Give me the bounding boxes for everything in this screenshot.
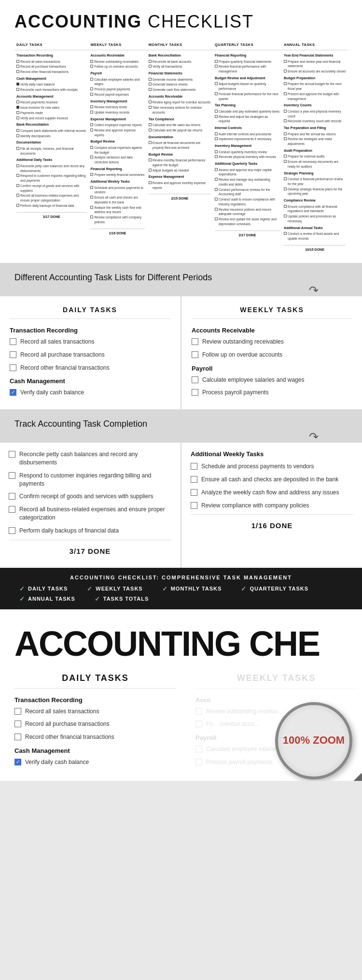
tasks-two-col: DAILY TASKS Transaction RecordingRecord … [0,296,362,409]
task-checkbox[interactable] [9,451,15,458]
task-item: ✓Verify daily cash balance [10,389,170,397]
task-checkbox[interactable] [10,364,16,371]
task-checkbox[interactable] [192,338,198,345]
task-item: Record all purchase transactions [14,720,176,728]
task-item: Record other financial transactions [14,733,176,741]
section2-title: Different Accounting Task Lists for Diff… [14,273,348,283]
feature-label: WEEKLY TASKS [96,586,142,591]
daily-tasks-header: DAILY TASKS [10,306,170,319]
task-item-text: Schedule and process payments to vendors [201,462,314,471]
task-item: Respond to customer inquiries regarding … [9,472,171,488]
preview-col-content: Year-End Financial StatementsPrepare and… [282,50,348,254]
daily-tasks-col: DAILY TASKS Transaction RecordingRecord … [0,296,182,409]
task-item: Record all sales transactions [14,707,176,716]
preview-col-content: Bank ReconciliationReconcile all bank ac… [147,50,213,254]
dark-banner-features: ✓DAILY TASKS✓WEEKLY TASKS✓MONTHLY TASKS✓… [10,585,352,603]
task-checkbox[interactable] [191,463,197,470]
feature-label: DAILY TASKS [28,586,68,591]
task-item: Review outstanding receivables [192,338,352,346]
additional-two-col: Reconcile petty cash balances and record… [0,443,362,567]
dark-banner-feature: ✓DAILY TASKS [19,585,68,592]
task-item-text: Record all purchase transactions [20,351,105,359]
task-item-text: Follow up on overdue accounts [202,351,282,359]
section3-label: Track Accounting Task Completion ↷ [0,409,362,443]
checkmark-icon: ✓ [87,585,93,592]
dark-banner-feature: ✓QUARTERLY TASKS [241,585,308,592]
feature-label: TASKS TOTALS [103,596,149,602]
arrow-curve-icon: ↷ [14,285,319,296]
task-section-title: Cash Management [10,377,170,385]
task-item: Confirm receipt of goods and services wi… [9,492,171,501]
task-item: Record all business-related expenses and… [9,505,171,522]
task-item-text: Perform daily backups of financial data [19,527,119,535]
dark-banner-feature: ✓ANNUAL TASKS [19,595,75,603]
task-section-title: Transaction Recording [14,696,176,704]
task-checkbox[interactable]: ✓ [10,389,16,396]
task-checkbox[interactable] [9,472,15,479]
task-item: Record other financial transactions [10,364,170,372]
task-item: Record all sales transactions [10,338,170,346]
task-item-text: Respond to customer inquiries regarding … [19,472,171,488]
task-item: Analyze the weekly cash flow and address… [191,489,353,497]
task-item: Follow up on overdue accounts [192,351,352,359]
feature-label: MONTHLY TASKS [171,586,222,591]
task-item: Record all purchase transactions [10,351,170,359]
weekly-done-footer: 1/16 DONE [191,514,353,534]
task-item: Review compliance with company policies [191,502,353,510]
tasks-expanded-section: DAILY TASKS Transaction RecordingRecord … [0,296,362,409]
task-checkbox[interactable] [9,506,15,513]
task-checkbox[interactable] [192,351,198,358]
task-checkbox[interactable] [191,502,197,509]
task-checkbox[interactable] [192,376,198,383]
task-item-text: Record all sales transactions [25,707,99,716]
preview-table: DAILY TASKSWEEKLY TASKSMONTHLY TASKSQUAR… [14,41,348,253]
task-item-text: Reconcile petty cash balances and record… [19,450,171,467]
preview-col-header: WEEKLY TASKS [88,41,146,50]
dark-banner-section: ACCOUNTING CHECKLIST: COMPREHENSIVE TASK… [0,568,362,609]
task-checkbox[interactable] [191,476,197,483]
additional-daily-col: Reconcile petty cash balances and record… [0,443,182,567]
task-item-text: Ensure all cash and checks are deposited… [201,476,338,484]
task-checkbox[interactable] [14,734,21,740]
additional-tasks-section: Reconcile petty cash balances and record… [0,443,362,567]
section3-title: Track Accounting Task Completion [14,419,348,429]
big-zoom-title: ACCOUNTING CHE [0,609,362,663]
preview-col-content: Financial ReportingPrepare quarterly fin… [213,50,282,254]
task-item-text: Verify daily cash balance [20,389,84,397]
task-item-text: Process payroll payments [202,389,268,397]
weekly-tasks-col: WEEKLY TASKS Accounts ReceivableReview o… [182,296,362,409]
task-checkbox[interactable] [10,338,16,345]
task-item-text: Record all sales transactions [20,338,94,346]
zoom-daily-col: DAILY TASKS Transaction RecordingRecord … [0,673,186,781]
dark-banner-title: ACCOUNTING CHECKLIST: COMPREHENSIVE TASK… [10,575,352,580]
task-item-text: Review compliance with company policies [201,502,309,510]
zoom-label: 100% ZOOM [283,735,345,746]
feature-label: QUARTERLY TASKS [250,586,308,591]
task-checkbox[interactable] [192,389,198,396]
zoom-weekly-col: WEEKLY TASKS AccoReview outstanding rece… [186,673,362,781]
task-item: Calculate employee salaries and wages [192,376,352,384]
checkmark-icon: ✓ [162,585,168,592]
task-checkbox[interactable] [14,721,21,727]
checkmark-icon: ✓ [241,585,247,592]
task-checkbox[interactable] [14,708,21,715]
task-item-text: Record other financial transactions [25,733,114,741]
task-item-text: Analyze the weekly cash flow and address… [201,489,339,497]
task-section-title: Transaction Recording [10,327,170,334]
task-item-text: Record all purchase transactions [25,720,110,728]
feature-label: ANNUAL TASKS [28,596,75,602]
task-checkbox[interactable] [9,493,15,500]
dark-banner-feature: ✓TASKS TOTALS [95,595,149,603]
task-checkbox[interactable] [191,489,197,496]
task-checkbox[interactable] [10,351,16,358]
task-item-text: Record other financial transactions [20,364,110,372]
task-checkbox[interactable] [9,527,15,534]
preview-col-header: DAILY TASKS [14,41,88,50]
magnifier-icon: 100% ZOOM [275,702,352,779]
task-item: Process payroll payments [192,389,352,397]
task-checkbox[interactable]: ✓ [14,759,21,765]
checkmark-icon: ✓ [95,595,100,603]
task-section-title: Cash Management [14,747,176,754]
daily-done-footer: 3/17 DONE [9,540,171,560]
checklist-preview-section: ACCOUNTING CHECKLIST DAILY TASKSWEEKLY T… [0,0,362,263]
